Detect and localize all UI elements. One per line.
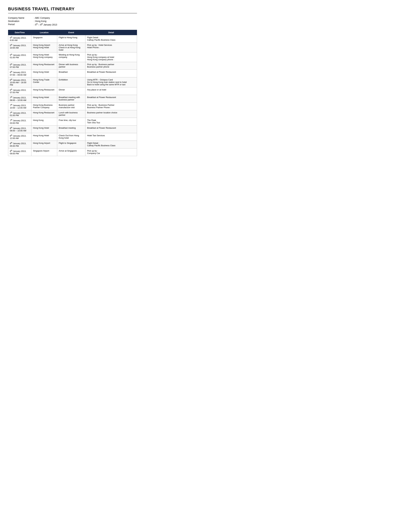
table-row: 5th January 2013, 01:00 PMHong Kong Hote…: [8, 52, 137, 62]
table-row: 5th January 2013, 07:00 PMHong Kong Rest…: [8, 62, 137, 69]
cell-event: Business partner manufacture visit: [57, 103, 85, 110]
table-row: 8th January 2013, 05:00 PMHong Kong Airp…: [8, 141, 137, 148]
cell-location: Hong Kong AirportHong Kong Hotel: [31, 43, 57, 52]
cell-location: Hong Kong Business Partner Company: [31, 103, 57, 110]
cell-event: Flight to Singapore: [57, 141, 85, 148]
header-datetime: Date/Time: [8, 30, 31, 35]
cell-event: Arrive at Hong KongCheck in at Hong Kong…: [57, 43, 85, 52]
cell-detail: Business partner location choice: [85, 110, 137, 118]
cell-detail: Pick up by : Hotel ServicesHotel Phone :: [85, 43, 137, 52]
table-row: 6th January 2013, 07:00 – 09:00 AMHong K…: [8, 70, 137, 77]
cell-event: Free time, city tour: [57, 118, 85, 125]
itinerary-table: Date/Time Location Event Detail 5th Janu…: [8, 30, 137, 156]
cell-datetime: 7th January 2013, 08:00 – 10:00 AM: [8, 95, 31, 103]
cell-event: Arrive at Singapore: [57, 148, 85, 156]
period-row: Period : 5th – 8th January 2013: [8, 23, 137, 26]
cell-datetime: 6th January 2013, 07:00 – 09:00 AM: [8, 70, 31, 77]
cell-datetime: 8th January 2013, 12:00 AM: [8, 133, 31, 141]
company-row: Company Name : ABC Company: [8, 17, 137, 19]
table-row: 8th January 2013, 09:00 PMSingapore Airp…: [8, 148, 137, 156]
cell-event: Check Out from Hong Kong hotel: [57, 133, 85, 141]
cell-datetime: 5th January 2013, 6:00 AM: [8, 35, 31, 43]
cell-datetime: 7th January 2013, 10:00 – 12:00 AM: [8, 103, 31, 110]
cell-datetime: 5th January 2013, 01:00 PM: [8, 52, 31, 62]
company-label: Company Name: [8, 17, 34, 19]
cell-location: Hong Kong Restaurant: [31, 87, 57, 95]
cell-datetime: 6th January 2013, 07:00 PM: [8, 87, 31, 95]
destination-value: : Hong Kong: [34, 20, 47, 22]
cell-datetime: 7th January 2013, 03:00 PM: [8, 118, 31, 125]
destination-label: Destination: [8, 20, 34, 22]
cell-detail: Pick up by : Business PartnerBusiness Pa…: [85, 103, 137, 110]
cell-location: Hong Kong Restaurant: [31, 62, 57, 69]
cell-detail: Pick up by :Hong Kong company at hotelHo…: [85, 52, 137, 62]
cell-event: Exhibition: [57, 77, 85, 87]
header-event: Event: [57, 30, 85, 35]
info-section: Company Name : ABC Company Destination :…: [8, 17, 137, 26]
cell-location: Hong Kong Airport: [31, 141, 57, 148]
cell-detail: Breakfast at Flower Restaurant: [85, 125, 137, 133]
destination-row: Destination : Hong Kong: [8, 20, 137, 22]
cell-detail: Flight Detail :Cathay Pacific Business C…: [85, 141, 137, 148]
cell-location: Hong Kong Restaurant: [31, 110, 57, 118]
cell-datetime: 8th January 2013, 09:00 PM: [8, 148, 31, 156]
cell-location: Hong Kong Hotel: [31, 70, 57, 77]
cell-datetime: 5th January 2013, 07:00 PM: [8, 62, 31, 69]
page-title: BUSINESS TRAVEL ITINERARY: [8, 6, 137, 11]
cell-datetime: 7th January 2013, 01:00 PM: [8, 110, 31, 118]
cell-datetime: 6th January 2013, 10:00 AM – 16:00 PM: [8, 77, 31, 87]
cell-detail: Any place or at hotel: [85, 87, 137, 95]
cell-detail: The PeakTsim Sha Tsui: [85, 118, 137, 125]
table-row: 6th January 2013, 07:00 PMHong Kong Rest…: [8, 87, 137, 95]
cell-location: Singapore: [31, 35, 57, 43]
table-row: 8th January 2013, 12:00 AMHong Kong Hote…: [8, 133, 137, 141]
cell-detail: Breakfast at Flower Restaurant: [85, 95, 137, 103]
cell-detail: Hotel Taxi Services: [85, 133, 137, 141]
cell-location: Hong Kong Trade Center: [31, 77, 57, 87]
company-value: : ABC Company: [34, 17, 50, 19]
header-location: Location: [31, 30, 57, 35]
table-row: 6th January 2013, 10:00 AM – 16:00 PMHon…: [8, 77, 137, 87]
cell-detail: Pick up by : Business partnerBusiness pa…: [85, 62, 137, 69]
cell-location: Hong Kong Hotel: [31, 95, 57, 103]
cell-location: Hong Kong HotelHong Kong company: [31, 52, 57, 62]
table-row: 7th January 2013, 08:00 – 10:00 AMHong K…: [8, 95, 137, 103]
cell-event: Meeting at Hong Kong company: [57, 52, 85, 62]
table-row: 5th January 2013, 6:00 AMSingaporeFlight…: [8, 35, 137, 43]
cell-datetime: 8th January 2013, 05:00 PM: [8, 141, 31, 148]
cell-location: Hong Kong Hotel: [31, 133, 57, 141]
cell-location: Hong Kong: [31, 118, 57, 125]
cell-detail: Pick up by :Company Car: [85, 148, 137, 156]
cell-location: Singapore Airport: [31, 148, 57, 156]
title-divider: [8, 13, 137, 13]
cell-detail: Using MTR – Octopus CardGo to Hong Kong …: [85, 77, 137, 87]
cell-event: Dinner: [57, 87, 85, 95]
table-row: 7th January 2013, 01:00 PMHong Kong Rest…: [8, 110, 137, 118]
cell-event: Breakfast meeting: [57, 125, 85, 133]
period-label: Period: [8, 23, 34, 26]
cell-event: Flight to Hong Kong: [57, 35, 85, 43]
header-detail: Detail: [85, 30, 137, 35]
cell-event: Breakfast meeting with business partner: [57, 95, 85, 103]
cell-datetime: 5th January 2013, 10:00 AM: [8, 43, 31, 52]
table-row: 8th January 2013, 08:00 – 10:00 AMHong K…: [8, 125, 137, 133]
cell-detail: Flight Detail :Cathay Pacific Business C…: [85, 35, 137, 43]
cell-event: Breakfast: [57, 70, 85, 77]
table-header-row: Date/Time Location Event Detail: [8, 30, 137, 35]
table-row: 7th January 2013, 03:00 PMHong KongFree …: [8, 118, 137, 125]
cell-event: Dinner with business partner: [57, 62, 85, 69]
cell-detail: Breakfast at Flower Restaurant: [85, 70, 137, 77]
cell-event: Lunch with business partner: [57, 110, 85, 118]
cell-datetime: 8th January 2013, 08:00 – 10:00 AM: [8, 125, 31, 133]
table-row: 5th January 2013, 10:00 AMHong Kong Airp…: [8, 43, 137, 52]
cell-location: Hong Kong Hotel: [31, 125, 57, 133]
table-row: 7th January 2013, 10:00 – 12:00 AMHong K…: [8, 103, 137, 110]
period-value: : 5th – 8th January 2013: [34, 23, 57, 26]
